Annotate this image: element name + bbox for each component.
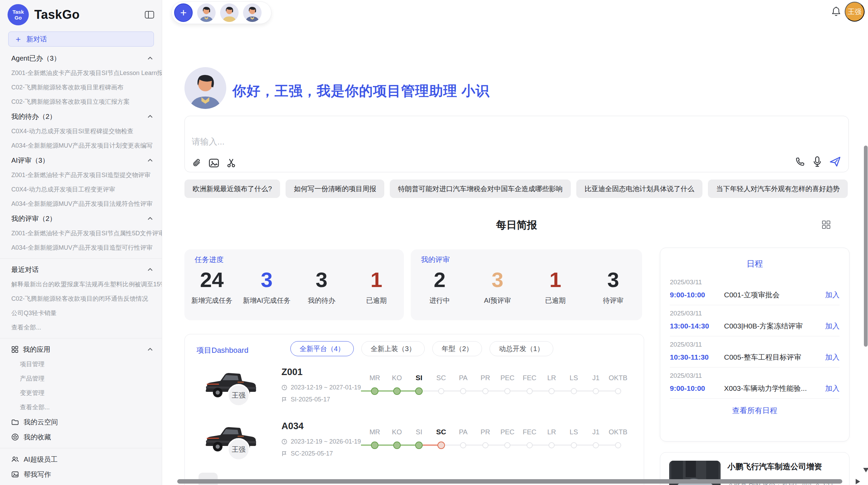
recent-conversation-item[interactable]: C02-飞腾新能源轻客改款项目的闭环通告反馈情况	[0, 291, 162, 306]
app-item[interactable]: 产品管理	[0, 371, 162, 386]
suggestion-chip[interactable]: 比亚迪全固态电池计划具体说了什么	[576, 179, 702, 198]
mic-icon[interactable]	[813, 156, 822, 167]
milestone-label: SC	[436, 427, 446, 436]
scroll-right-arrow-icon[interactable]	[856, 479, 860, 484]
avatar[interactable]	[197, 3, 216, 22]
milestone-dot	[615, 388, 621, 394]
suggestion-chip[interactable]: 如何写一份清晰的项目周报	[286, 179, 384, 198]
grid-icon[interactable]	[821, 220, 831, 229]
vertical-scrollbar[interactable]	[864, 146, 868, 347]
milestone-dot	[438, 388, 444, 394]
apps-grid-icon	[11, 346, 18, 353]
scroll-down-arrow-icon[interactable]	[863, 468, 868, 472]
schedule-event-title: C003|H0B-方案冻结评审	[724, 321, 825, 331]
sidebar-item[interactable]: Z001-全新燃油轻卡产品开发项目SI节点属性5D文件评审	[0, 226, 162, 240]
milestone-dot	[460, 388, 466, 394]
project-flag-date: SC-2025-05-17	[281, 450, 333, 457]
sidebar-item-ai-employee[interactable]: AI超级员工	[0, 452, 162, 467]
suggestion-chip[interactable]: 特朗普可能对进口汽车增税会对中国车企造成哪些影响	[390, 179, 571, 198]
sidebar-collapse-icon[interactable]	[145, 11, 154, 19]
schedule-item: 2025/03/11 13:00-14:30 C003|H0B-方案冻结评审 加…	[670, 305, 840, 336]
schedule-time: 9:00-10:00	[670, 291, 724, 299]
stat-label: 我的待办	[294, 296, 349, 305]
chevron-up-icon	[147, 348, 153, 351]
project-dates: 2023-12-19 ~ 2026-01-19	[281, 438, 361, 445]
dashboard-tab[interactable]: 全新上装（3）	[361, 341, 425, 356]
suggestion-chips: 欧洲新规最近颁布了什么?如何写一份清晰的项目周报特朗普可能对进口汽车增税会对中国…	[184, 179, 849, 198]
stat: 1 已逾期	[527, 269, 584, 305]
dashboard-tab[interactable]: 年型（2）	[432, 341, 482, 356]
dashboard-tab[interactable]: 全新平台（4）	[290, 341, 354, 356]
join-button[interactable]: 加入	[825, 384, 840, 393]
sidebar-section-header[interactable]: 我的待办（2）	[0, 109, 162, 124]
sidebar-item[interactable]: C0X4-动力总成开发项目SI里程碑提交物检查	[0, 124, 162, 138]
assistant-avatar	[184, 67, 226, 109]
join-button[interactable]: 加入	[825, 321, 840, 331]
sidebar-item[interactable]: C0X4-动力总成开发项目工程变更评审	[0, 182, 162, 197]
sidebar-section-header[interactable]: 我的评审（2）	[0, 211, 162, 226]
sidebar-item[interactable]: C02-飞腾新能源轻客改款项目里程碑画布	[0, 80, 162, 95]
sidebar-item-my-apps[interactable]: 我的应用	[0, 342, 162, 357]
milestone: KO	[386, 427, 408, 449]
new-chat-button[interactable]: ＋ 新对话	[8, 32, 154, 47]
sidebar-section-title: AI评审（3）	[11, 156, 49, 165]
stat: 3 新增AI完成任务	[239, 269, 294, 305]
app-item[interactable]: 查看全部...	[0, 400, 162, 414]
milestone-dot	[548, 388, 555, 394]
sidebar-section-header[interactable]: AI评审（3）	[0, 153, 162, 168]
milestone-label: SI	[415, 373, 422, 382]
join-button[interactable]: 加入	[825, 290, 840, 300]
avatar[interactable]	[243, 3, 262, 22]
user-avatar[interactable]: 王强	[845, 2, 865, 22]
view-all-schedule-link[interactable]: 查看所有日程	[732, 406, 777, 416]
divider	[0, 448, 162, 448]
project-row[interactable]: 王强 A034 2023-12-19 ~ 2026-01-19 SC-2025-…	[185, 418, 644, 473]
horizontal-scrollbar[interactable]	[177, 479, 842, 484]
schedule-event-title: X003-车辆动力学性能验...	[724, 384, 825, 393]
sidebar-item-help-write[interactable]: 帮我写作	[0, 467, 162, 482]
sidebar-item[interactable]: Z001-全新燃油皮卡产品开发项目SI节点Lesson Learn报告	[0, 66, 162, 80]
milestone-label: SI	[416, 427, 422, 436]
image-icon[interactable]	[209, 158, 219, 168]
sidebar-item[interactable]: A034-全新新能源MUV产品开发项目计划变更表编写	[0, 138, 162, 153]
milestone: OKTB	[607, 373, 629, 395]
sidebar-item[interactable]: A034-全新新能源MUV产品开发项目造型可行性评审	[0, 240, 162, 255]
recent-conversation-item[interactable]: 查看全部...	[0, 320, 162, 335]
app-item[interactable]: 项目管理	[0, 357, 162, 371]
clock-icon	[281, 385, 287, 390]
app-item[interactable]: 变更管理	[0, 386, 162, 400]
milestone-label: PA	[459, 427, 468, 436]
avatar[interactable]	[220, 3, 239, 22]
suggestion-chip[interactable]: 欧洲新规最近颁布了什么?	[184, 179, 280, 198]
sidebar-section-header-recent[interactable]: 最近对话	[0, 262, 162, 277]
stat-value: 1	[349, 269, 404, 291]
send-icon[interactable]	[829, 156, 841, 167]
sidebar-item-creative-drawing[interactable]: 创意制图	[0, 482, 162, 485]
chat-input[interactable]	[192, 136, 603, 151]
scissors-icon[interactable]	[227, 158, 236, 168]
stat-value: 2	[411, 269, 469, 291]
sidebar-section-header[interactable]: Agent已办（3）	[0, 51, 162, 66]
add-conversation-button[interactable]: +	[174, 3, 193, 22]
milestone: FEC	[519, 373, 541, 395]
project-code: Z001	[281, 367, 303, 377]
project-row[interactable]: 王强 Z001 2023-12-19 ~ 2027-01-19 SI-2025-…	[185, 364, 644, 419]
milestone: SI	[408, 373, 430, 395]
milestone-dot	[393, 387, 401, 395]
sidebar-item[interactable]: A034-全新新能源MUV产品开发项目法规符合性评审	[0, 197, 162, 211]
sidebar-item-favorites[interactable]: 我的收藏	[0, 430, 162, 445]
paperclip-icon[interactable]	[192, 158, 201, 168]
recent-conversation-item[interactable]: 解释最新出台的欧盟报废车法规再生塑料比例被调至15%...	[0, 277, 162, 291]
recent-conversation-item[interactable]: 公司Q3轻卡销量	[0, 306, 162, 320]
join-button[interactable]: 加入	[825, 352, 840, 362]
sidebar-item-cloud-space[interactable]: 我的云空间	[0, 414, 162, 430]
project-flag-date: SI-2025-05-17	[281, 396, 330, 403]
sidebar-item[interactable]: C02-飞腾新能源轻客改款项目立项汇报方案	[0, 95, 162, 109]
phone-icon[interactable]	[795, 157, 805, 167]
dashboard-tab[interactable]: 动总开发（1）	[490, 341, 553, 356]
milestone-dot	[527, 388, 533, 394]
milestone-dot	[460, 442, 466, 448]
sidebar-item[interactable]: Z001-全新燃油轻卡产品开发项目SI造型提交物评审	[0, 168, 162, 182]
notification-bell-icon[interactable]	[831, 6, 841, 18]
suggestion-chip[interactable]: 当下年轻人对汽车外观有怎样的喜好趋势	[708, 179, 848, 198]
